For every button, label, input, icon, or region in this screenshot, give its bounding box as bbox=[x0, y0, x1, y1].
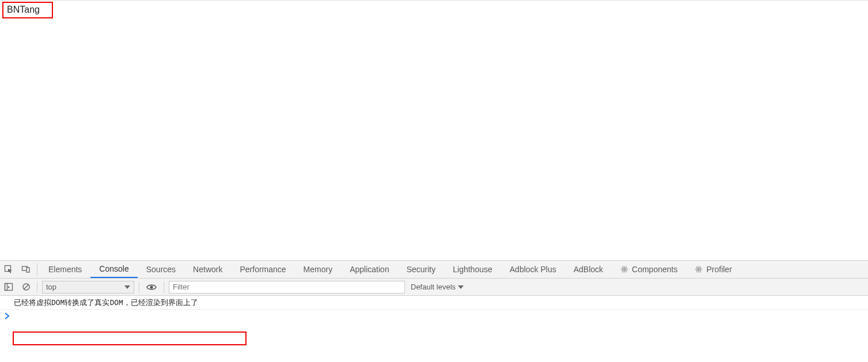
log-highlight-box bbox=[13, 331, 247, 345]
devtools-tabbar: Elements Console Sources Network Perform… bbox=[0, 260, 868, 279]
clear-console-icon[interactable] bbox=[17, 279, 35, 296]
svg-point-3 bbox=[624, 269, 625, 270]
console-log-row[interactable]: 已经将虚拟DOM转换成了真实DOM，已经渲染到界面上了 bbox=[0, 296, 868, 310]
console-prompt-row[interactable] bbox=[0, 310, 868, 322]
prompt-caret-icon bbox=[5, 313, 10, 319]
tab-adblockplus[interactable]: Adblock Plus bbox=[501, 261, 565, 278]
tab-components[interactable]: Components bbox=[612, 261, 686, 278]
context-selector[interactable]: top bbox=[42, 281, 134, 294]
filter-input[interactable] bbox=[169, 281, 405, 294]
svg-point-15 bbox=[150, 285, 153, 288]
page-content-text: BNTang bbox=[7, 5, 40, 14]
svg-point-7 bbox=[698, 269, 699, 270]
tab-lighthouse[interactable]: Lighthouse bbox=[444, 261, 501, 278]
react-icon bbox=[695, 265, 703, 273]
context-value: top bbox=[46, 283, 56, 291]
chevron-down-icon bbox=[458, 285, 464, 289]
tab-security[interactable]: Security bbox=[398, 261, 445, 278]
live-expression-icon[interactable] bbox=[142, 279, 161, 296]
tab-elements[interactable]: Elements bbox=[40, 261, 90, 278]
tab-application[interactable]: Application bbox=[341, 261, 398, 278]
inspect-element-icon[interactable] bbox=[0, 261, 17, 278]
tab-console[interactable]: Console bbox=[90, 261, 137, 278]
divider bbox=[37, 281, 37, 293]
svg-rect-2 bbox=[26, 268, 29, 272]
tab-profiler[interactable]: Profiler bbox=[686, 261, 740, 278]
tab-performance[interactable]: Performance bbox=[231, 261, 294, 278]
device-toolbar-icon[interactable] bbox=[17, 261, 35, 278]
divider bbox=[164, 281, 164, 293]
tab-sources[interactable]: Sources bbox=[138, 261, 184, 278]
log-levels-label: Default levels bbox=[411, 283, 456, 291]
tab-memory[interactable]: Memory bbox=[295, 261, 342, 278]
tab-network[interactable]: Network bbox=[184, 261, 231, 278]
devtools-panel: Elements Console Sources Network Perform… bbox=[0, 260, 868, 322]
tab-adblock[interactable]: AdBlock bbox=[565, 261, 612, 278]
log-levels-selector[interactable]: Default levels bbox=[411, 283, 464, 291]
svg-rect-12 bbox=[5, 284, 7, 291]
divider bbox=[37, 263, 37, 276]
chevron-down-icon bbox=[124, 285, 130, 289]
console-log-message: 已经将虚拟DOM转换成了真实DOM，已经渲染到界面上了 bbox=[14, 298, 198, 308]
page-content-highlight: BNTang bbox=[2, 2, 53, 18]
divider bbox=[139, 281, 139, 293]
console-output: 已经将虚拟DOM转换成了真实DOM，已经渲染到界面上了 bbox=[0, 296, 868, 322]
react-icon bbox=[620, 265, 628, 273]
console-sidebar-toggle-icon[interactable] bbox=[0, 279, 17, 296]
svg-line-14 bbox=[24, 285, 28, 289]
console-toolbar: top Default levels bbox=[0, 279, 868, 296]
